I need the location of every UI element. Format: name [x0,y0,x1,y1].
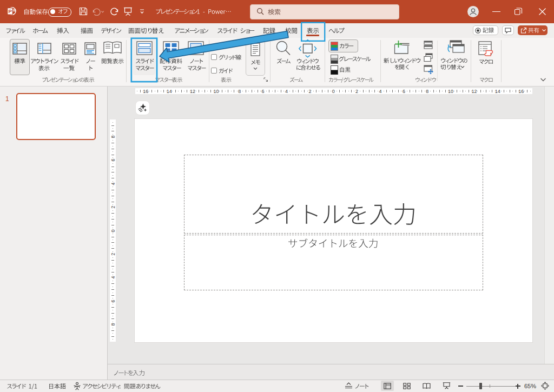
svg-text:P: P [8,8,12,14]
